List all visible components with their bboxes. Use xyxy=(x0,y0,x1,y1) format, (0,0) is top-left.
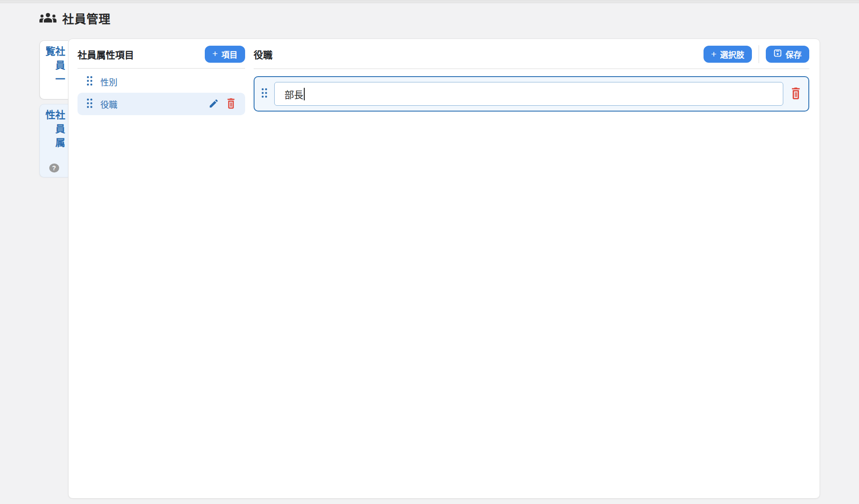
tab-employee-list[interactable]: 社員一覧 xyxy=(39,40,68,99)
detail-header-actions: + 選択肢 保存 xyxy=(704,45,809,63)
attribute-items-title: 社員属性項目 xyxy=(78,47,134,61)
side-tabs: 社員一覧 社員属性 ? xyxy=(39,40,68,177)
attribute-items-column: 社員属性項目 + 項目 性別 xyxy=(69,39,250,498)
option-row: 部長 xyxy=(254,76,809,112)
plus-icon: + xyxy=(212,49,218,58)
page-header: 社員管理 xyxy=(39,10,111,26)
trash-icon xyxy=(226,98,236,110)
option-value-input[interactable]: 部長 xyxy=(274,82,783,106)
header-divider xyxy=(759,45,759,63)
drag-handle-icon[interactable] xyxy=(86,98,93,110)
save-button-label: 保存 xyxy=(786,48,802,60)
attribute-item-label: 性別 xyxy=(100,76,117,88)
item-row-actions xyxy=(208,98,236,110)
pencil-icon xyxy=(208,98,219,110)
attribute-item-role[interactable]: 役職 xyxy=(78,93,245,115)
drag-handle-icon[interactable] xyxy=(261,88,268,100)
add-item-button-label: 項目 xyxy=(221,48,237,60)
delete-item-button[interactable] xyxy=(226,98,236,110)
help-icon[interactable]: ? xyxy=(49,164,59,173)
add-option-button-label: 選択肢 xyxy=(720,48,744,60)
attribute-item-list: 性別 役職 xyxy=(78,70,245,115)
attribute-item-gender[interactable]: 性別 xyxy=(78,70,245,93)
tab-employee-attributes[interactable]: 社員属性 ? xyxy=(39,104,68,177)
attribute-item-label: 役職 xyxy=(100,98,117,110)
plus-icon: + xyxy=(711,49,717,59)
add-option-button[interactable]: + 選択肢 xyxy=(704,46,752,63)
delete-option-button[interactable] xyxy=(790,87,802,101)
drag-handle-icon[interactable] xyxy=(86,76,93,88)
top-edge-strip xyxy=(0,0,859,3)
attribute-detail-title: 役職 xyxy=(254,47,272,61)
add-item-button[interactable]: + 項目 xyxy=(205,46,245,63)
attributes-panel: 社員属性項目 + 項目 性別 xyxy=(68,39,820,499)
text-caret xyxy=(304,88,305,100)
save-button[interactable]: 保存 xyxy=(766,46,809,63)
groups-icon xyxy=(39,12,56,24)
page-title: 社員管理 xyxy=(62,10,111,26)
attribute-detail-header: 役職 + 選択肢 xyxy=(254,39,809,69)
attribute-items-header: 社員属性項目 + 項目 xyxy=(78,39,245,69)
save-icon xyxy=(773,49,782,60)
tab-employee-list-label: 社員一覧 xyxy=(44,46,64,95)
trash-icon xyxy=(790,87,802,101)
main-layout: 社員一覧 社員属性 ? 社員属性項目 + 項目 xyxy=(39,39,820,499)
edit-item-button[interactable] xyxy=(208,98,219,110)
tab-employee-attributes-label: 社員属性 xyxy=(44,110,64,162)
attribute-detail-column: 役職 + 選択肢 xyxy=(250,39,820,498)
option-value-text: 部長 xyxy=(285,87,303,101)
